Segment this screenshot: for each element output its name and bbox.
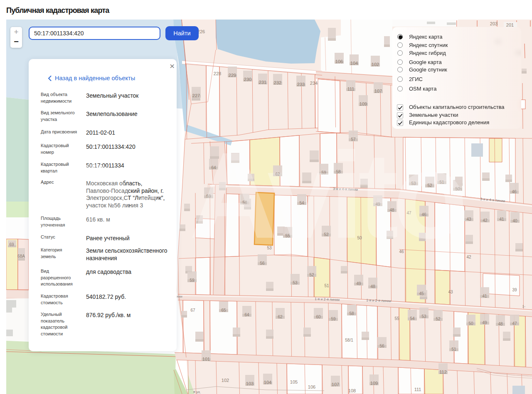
- svg-text:41: 41: [499, 217, 504, 222]
- svg-text:47: 47: [512, 321, 517, 326]
- svg-text:64: 64: [244, 313, 249, 317]
- svg-text:54: 54: [410, 316, 415, 321]
- svg-text:53: 53: [421, 314, 426, 319]
- svg-text:108: 108: [348, 388, 356, 393]
- svg-text:231: 231: [259, 80, 266, 85]
- svg-text:39: 39: [512, 288, 517, 292]
- svg-text:59: 59: [190, 278, 195, 283]
- svg-text:52: 52: [427, 183, 432, 188]
- svg-text:57: 57: [351, 137, 356, 142]
- svg-text:111: 111: [347, 86, 355, 91]
- svg-text:56: 56: [260, 261, 265, 266]
- svg-text:103: 103: [246, 381, 254, 386]
- svg-text:43: 43: [448, 290, 453, 294]
- svg-text:55: 55: [394, 316, 399, 321]
- svg-text:41: 41: [482, 294, 487, 298]
- svg-text:112: 112: [439, 369, 447, 374]
- svg-text:43: 43: [466, 217, 471, 222]
- svg-text:1-я и 2-я линии: 1-я и 2-я линии: [366, 298, 392, 303]
- svg-text:58: 58: [242, 200, 247, 205]
- svg-text:234: 234: [310, 81, 318, 86]
- svg-text:53: 53: [411, 181, 416, 186]
- svg-text:52: 52: [324, 232, 329, 237]
- svg-text:нии: нии: [177, 295, 182, 298]
- svg-text:109: 109: [360, 101, 367, 106]
- svg-text:54: 54: [299, 201, 304, 205]
- svg-text:56: 56: [379, 344, 384, 348]
- svg-text:67: 67: [190, 308, 195, 313]
- svg-text:45: 45: [419, 291, 424, 296]
- svg-text:50: 50: [468, 321, 473, 326]
- svg-text:107: 107: [374, 89, 382, 94]
- svg-text:53: 53: [293, 281, 298, 285]
- svg-text:49: 49: [356, 281, 361, 286]
- svg-text:201: 201: [506, 22, 514, 27]
- svg-text:55: 55: [285, 234, 290, 238]
- svg-text:51: 51: [451, 347, 456, 352]
- svg-text:49: 49: [375, 202, 380, 207]
- svg-text:51: 51: [439, 180, 444, 185]
- svg-text:59: 59: [331, 317, 336, 321]
- svg-text:227: 227: [192, 93, 200, 98]
- svg-text:106: 106: [308, 384, 315, 389]
- svg-text:232: 232: [274, 80, 281, 85]
- svg-text:105: 105: [290, 379, 298, 384]
- svg-text:51: 51: [324, 283, 329, 288]
- svg-text:64: 64: [211, 165, 216, 170]
- svg-text:48: 48: [389, 208, 394, 212]
- svg-text:1-: 1-: [522, 304, 525, 308]
- svg-text:228: 228: [214, 71, 221, 76]
- svg-text:203: 203: [490, 21, 498, 26]
- svg-text:230: 230: [244, 77, 251, 82]
- svg-text:46: 46: [399, 249, 404, 254]
- svg-text:233: 233: [297, 82, 305, 87]
- svg-text:42: 42: [483, 218, 488, 223]
- svg-text:101: 101: [202, 357, 210, 362]
- svg-text:60: 60: [316, 315, 321, 319]
- svg-text:229: 229: [229, 73, 236, 78]
- svg-text:68А: 68А: [17, 254, 25, 259]
- svg-text:52: 52: [309, 273, 314, 277]
- svg-text:46: 46: [421, 212, 426, 217]
- svg-text:48: 48: [370, 284, 375, 289]
- svg-text:53: 53: [267, 246, 272, 250]
- svg-text:3-я и 4-я линии: 3-я и 4-я линии: [333, 187, 358, 192]
- svg-text:48: 48: [498, 322, 503, 326]
- svg-text:62: 62: [275, 172, 280, 177]
- svg-text:1-я и 2-я линии: 1-я и 2-я линии: [315, 297, 340, 302]
- svg-text:я ул.: я ул.: [193, 389, 201, 394]
- svg-text:52: 52: [436, 317, 441, 321]
- svg-text:111: 111: [414, 387, 421, 392]
- svg-text:58: 58: [336, 170, 341, 174]
- svg-text:40: 40: [512, 219, 517, 223]
- svg-text:50: 50: [455, 187, 460, 191]
- svg-text:46: 46: [512, 190, 517, 194]
- svg-text:102: 102: [222, 378, 229, 383]
- svg-text:49: 49: [482, 320, 487, 325]
- svg-text:65: 65: [221, 308, 226, 313]
- svg-text:47: 47: [406, 211, 411, 215]
- svg-text:102: 102: [372, 62, 379, 67]
- svg-text:104: 104: [264, 380, 271, 385]
- svg-text:42: 42: [466, 255, 471, 259]
- svg-text:58/1: 58/1: [345, 338, 353, 342]
- svg-text:62: 62: [278, 315, 283, 319]
- svg-text:59: 59: [321, 170, 326, 175]
- svg-text:58: 58: [349, 311, 354, 316]
- svg-text:109: 109: [370, 381, 378, 386]
- svg-text:69: 69: [9, 242, 14, 247]
- svg-text:50: 50: [357, 236, 362, 240]
- svg-text:104: 104: [350, 61, 358, 66]
- svg-text:59: 59: [206, 194, 211, 199]
- svg-text:107: 107: [332, 382, 339, 387]
- svg-text:106: 106: [335, 59, 343, 64]
